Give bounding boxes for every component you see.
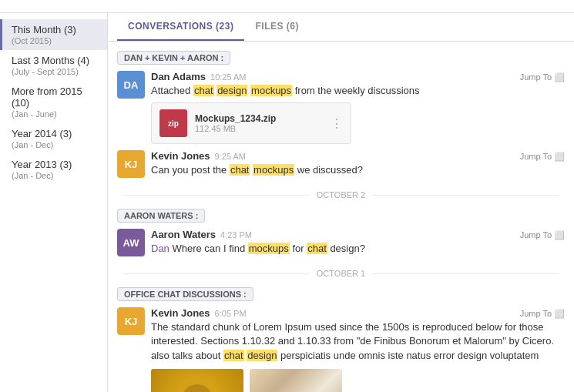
sidebar-item-last-3[interactable]: Last 3 Months (4)(July - Sept 2015) [0,50,107,81]
message-text: The standard chunk of Lorem Ipsum used s… [151,320,565,363]
highlighted-text: design [247,350,277,361]
date-label: OCTOBER 2 [309,190,373,199]
sidebar-group-title: Last 3 Months (4) [12,55,98,66]
message-body: Kevin Jones 9:25 AMJump To ⬜Can you post… [151,150,565,178]
highlighted-text: mockups [248,243,290,254]
sidebar-group-title: More from 2015 (10) [12,85,98,109]
message-text: Dan Where can I find mockups for chat de… [151,242,565,256]
gold-icon: THE FOXHOUSE SALON [178,380,217,392]
image-thumb: THE FOXHOUSE SALON 20150612_134602.jpg [151,369,243,392]
sidebar: This Month (3)(Oct 2015)Last 3 Months (4… [0,13,108,392]
message-time: 6:05 PM [215,309,247,318]
message-text-part: design? [327,243,365,254]
app: This Month (3)(Oct 2015)Last 3 Months (4… [0,0,574,392]
date-separator: OCTOBER 1 [108,263,574,284]
message-author: Kevin Jones [151,307,210,319]
page-header [0,0,574,13]
message-body: Aaron Waters 4:23 PMJump To ⬜Dan Where c… [151,229,565,256]
thread-group: OFFICE CHAT DISCUSSIONS :KJ Kevin Jones … [108,284,574,392]
avatar: DA [117,71,145,99]
message-text-part: perspiciatis unde omnis iste natus error… [277,350,539,361]
message-text-part: Can you post the [151,164,230,176]
jump-to-link[interactable]: Jump To ⬜ [520,152,565,162]
highlighted-text: chat [193,85,214,96]
content-area: CONVERSATIONS (23)FILES (6) DAN + KEVIN … [108,13,574,392]
file-size: 112.45 MB [195,124,331,133]
avatar: KJ [117,307,145,335]
date-separator: OCTOBER 2 [108,184,574,206]
file-attachment: zip Mockups_1234.zip 112.45 MB ⋮ [151,102,351,144]
sidebar-group-subtitle: (July - Sept 2015) [12,67,98,76]
message-meta: Kevin Jones 9:25 AMJump To ⬜ [151,150,565,162]
file-icon: zip [159,109,187,137]
external-link-icon: ⬜ [554,72,565,82]
image-floral [250,369,342,392]
image-box: THE FOXHOUSE SALON [151,369,243,392]
message: AW Aaron Waters 4:23 PMJump To ⬜Dan Wher… [108,226,574,260]
message-author: Kevin Jones [151,150,210,162]
message-text-part: Attached [151,85,193,96]
message-time: 10:25 AM [210,72,246,82]
message-meta: Kevin Jones 6:05 PMJump To ⬜ [151,307,565,319]
tab-files[interactable]: FILES (6) [244,13,310,41]
message-text-part: for [290,243,307,254]
message: KJ Kevin Jones 6:05 PMJump To ⬜The stand… [108,304,574,392]
message-author: Aaron Waters [151,229,216,240]
thread-header: DAN + KEVIN + AARON : [108,48,574,68]
sidebar-group-subtitle: (Jan - Dec) [12,140,98,149]
thread-group: AARON WATERS :AW Aaron Waters 4:23 PMJum… [108,206,574,260]
thread-tag: OFFICE CHAT DISCUSSIONS : [117,287,253,301]
date-label: OCTOBER 1 [309,269,373,278]
thread-header: AARON WATERS : [108,206,574,226]
sidebar-group-title: This Month (3) [12,24,98,35]
file-menu-button[interactable]: ⋮ [331,116,343,131]
message-meta: Aaron Waters 4:23 PMJump To ⬜ [151,229,565,240]
message: KJ Kevin Jones 9:25 AMJump To ⬜Can you p… [108,147,574,181]
message: DA Dan Adams 10:25 AMJump To ⬜Attached c… [108,68,574,147]
message-text: Can you post the chat mockups we discuss… [151,163,565,177]
jump-to-link[interactable]: Jump To ⬜ [520,230,565,240]
image-box [250,369,342,392]
mention-text: Dan [151,243,170,254]
thread-header: OFFICE CHAT DISCUSSIONS : [108,284,574,304]
message-body: Dan Adams 10:25 AMJump To ⬜Attached chat… [151,71,565,144]
image-row: THE FOXHOUSE SALON 20150612_134602.jpg 2… [151,369,565,392]
message-time: 4:23 PM [220,230,252,240]
file-name: Mockups_1234.zip [195,113,331,124]
thread-group: DAN + KEVIN + AARON :DA Dan Adams 10:25 … [108,48,574,181]
sidebar-group-subtitle: (Oct 2015) [12,36,98,45]
message-time: 9:25 AM [215,152,246,161]
image-thumb: 20150612_133442.jpg [250,369,342,392]
external-link-icon: ⬜ [554,230,565,240]
highlighted-text: chat [223,350,244,361]
highlighted-text: mockups [253,164,294,176]
thread-tag: DAN + KEVIN + AARON : [117,51,230,65]
jump-to-link[interactable]: Jump To ⬜ [520,72,565,82]
sidebar-group-subtitle: (Jan - Dec) [12,171,98,180]
highlighted-text: design [217,85,247,96]
message-text: Attached chat design mockups from the we… [151,84,565,98]
svg-point-0 [182,384,213,392]
highlighted-text: mockups [250,85,292,96]
sidebar-item-more-2015[interactable]: More from 2015 (10)(Jan - June) [0,81,107,123]
file-info: Mockups_1234.zip 112.45 MB [195,113,331,133]
message-text-part: we discussed? [294,164,363,176]
sidebar-item-this-month[interactable]: This Month (3)(Oct 2015) [0,19,107,50]
jump-to-link[interactable]: Jump To ⬜ [520,309,565,319]
sidebar-group-title: Year 2013 (3) [12,159,98,170]
sidebar-item-year-2013[interactable]: Year 2013 (3)(Jan - Dec) [0,154,107,185]
tab-conversations[interactable]: CONVERSATIONS (23) [117,13,244,41]
thread-tag: AARON WATERS : [117,209,205,223]
message-text-part: from the weekly discussions [292,85,419,96]
tab-bar: CONVERSATIONS (23)FILES (6) [108,13,574,42]
image-gold: THE FOXHOUSE SALON [151,369,243,392]
sidebar-group-title: Year 2014 (3) [12,128,98,139]
sidebar-item-year-2014[interactable]: Year 2014 (3)(Jan - Dec) [0,123,107,154]
message-author: Dan Adams [151,71,206,82]
highlighted-text: chat [230,164,250,176]
external-link-icon: ⬜ [554,309,565,319]
conversations-list: DAN + KEVIN + AARON :DA Dan Adams 10:25 … [108,42,574,392]
sidebar-group-subtitle: (Jan - June) [12,109,98,119]
message-text-part: Where can I find [170,243,248,254]
message-meta: Dan Adams 10:25 AMJump To ⬜ [151,71,565,82]
